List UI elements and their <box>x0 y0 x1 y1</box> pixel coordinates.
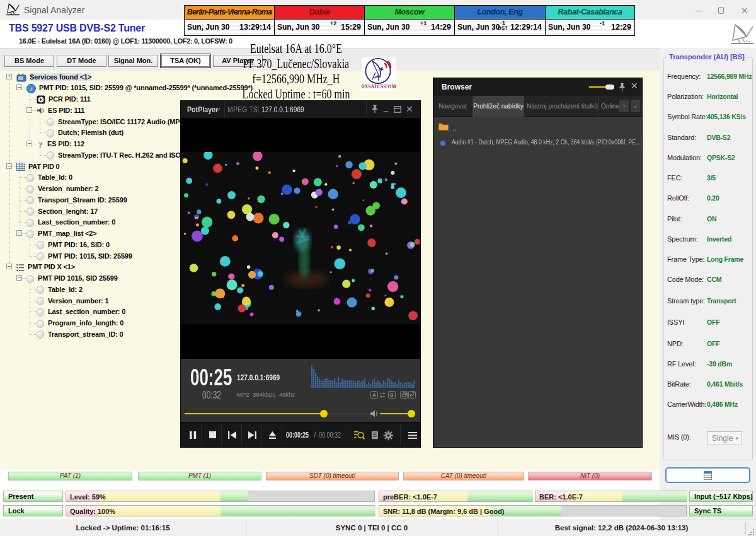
svg-text:DXSATCS.COM: DXSATCS.COM <box>362 84 396 90</box>
svg-text:♪: ♪ <box>30 85 33 92</box>
svg-text:A: A <box>372 392 376 398</box>
svg-text:B: B <box>390 392 394 398</box>
svg-text:?: ? <box>38 140 42 149</box>
